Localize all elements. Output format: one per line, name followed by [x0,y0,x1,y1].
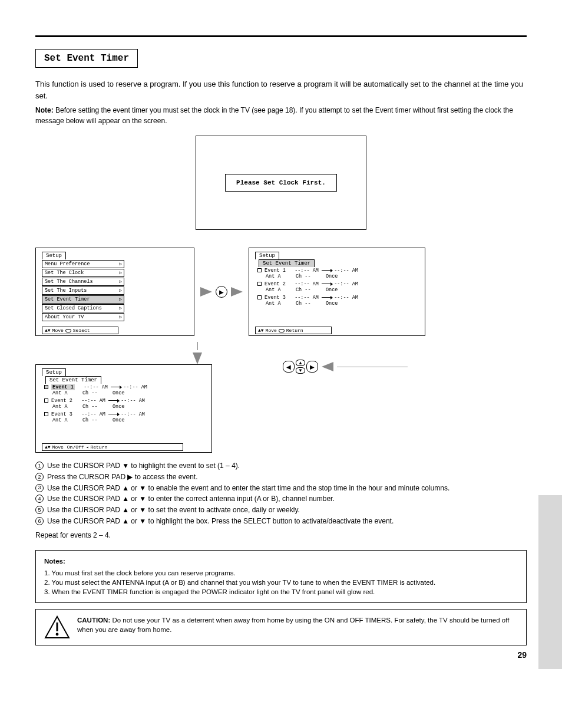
chevron-right-icon: ▷ [119,297,122,302]
step-number: 5 [35,506,44,514]
event-row-detail: Ant A Ch -- Once [52,390,206,396]
checkbox-icon [44,385,48,389]
checkbox-icon [257,295,262,299]
arrow-right-icon [322,270,331,271]
step-number: 2 [35,473,44,481]
osd-event-list: Setup Set Event Timer Event 1 --:-- AM -… [249,248,425,336]
screens-row-1: Setup Menu Preference▷Set The Clock▷Set … [35,248,527,336]
osd-menu-item: Set The Inputs▷ [42,286,124,295]
chevron-right-icon: ▷ [119,288,122,293]
section-title: Set Event Timer [35,49,138,68]
osd-menu-item: About Your TV▷ [42,313,124,321]
step-number: 6 [35,517,44,525]
step-number: 3 [35,484,44,492]
checkbox-icon [257,268,262,272]
caution-text: Do not use your TV as a deterrent when a… [77,617,509,633]
osd-tab-setup-b: Setup [255,252,279,259]
flow-arrow-down [124,342,271,364]
step-text: Press the CURSOR PAD ▶ to access the eve… [47,472,198,482]
step-text: Use the CURSOR PAD ▲ or ▼ to set the eve… [47,505,300,515]
intro-paragraph: This function is used to reserve a progr… [35,78,527,101]
note-item: 1. You must first set the clock before y… [44,568,518,578]
osd-setup-menu: Setup Menu Preference▷Set The Clock▷Set … [35,248,194,336]
event-row: Event 3 --:-- AM --:-- AM [257,295,419,301]
step-text: Use the CURSOR PAD ▲ or ▼ to enter the c… [47,494,335,504]
clock-first-message: Please Set Clock First. [225,174,337,192]
step-item: 3Use the CURSOR PAD ▲ or ▼ to enable the… [35,483,527,493]
event-row-detail: Ant A Ch -- Once [266,301,419,307]
remote-up-icon: ▲ [296,360,305,366]
steps-list: 1Use the CURSOR PAD ▼ to highlight the e… [35,461,527,526]
step-text: Use the CURSOR PAD ▲ or ▼ to enable the … [47,483,449,493]
osd-menu-item: Menu Preference▷ [42,260,124,268]
flow-dpad: ◀ ▲ ▼ ▶ [283,360,527,374]
step-item: 6Use the CURSOR PAD ▲ or ▼ to highlight … [35,516,527,526]
arrow-right-icon [108,414,118,414]
clock-first-diagram: Please Set Clock First. [196,136,366,230]
clock-note: Note: Before setting the event timer you… [35,105,527,126]
steps-footer: Repeat for events 2 – 4. [35,531,527,539]
caution-title: CAUTION: [77,617,110,624]
step-item: 5Use the CURSOR PAD ▲ or ▼ to set the ev… [35,505,527,515]
osd-menu-item: Set The Clock▷ [42,269,124,277]
checkbox-icon [44,412,48,416]
event-row: Event 1 --:-- AM --:-- AM [44,384,206,390]
osd-event-edit: Setup Set Event Timer Event 1 --:-- AM -… [35,364,212,453]
osd-menu-item: Set Closed Captions▷ [42,304,124,312]
step-text: Use the CURSOR PAD ▲ or ▼ to highlight t… [47,516,394,526]
chevron-right-icon: ▷ [119,279,122,284]
chevron-right-icon: ▷ [119,305,122,311]
event-row-detail: Ant A Ch -- Once [266,274,419,279]
step-item: 1Use the CURSOR PAD ▼ to highlight the e… [35,461,527,471]
flow-arrow-right-1: ▶ [200,286,243,298]
checkbox-icon [257,282,262,286]
remote-left-icon: ◀ [283,361,295,373]
event-row-detail: Ant A Ch -- Once [52,417,206,423]
checkbox-icon [44,398,48,403]
osd-footer-a: ▲▼Move Select [42,327,118,334]
remote-right-icon: ▶ [216,286,227,298]
caution-icon [44,615,70,639]
osd-footer-c: ▲▼Move On/Off ◂Return [42,443,183,451]
arrow-right-icon [108,400,118,401]
step-text: Use the CURSOR PAD ▼ to highlight the ev… [47,461,240,471]
step-item: 4Use the CURSOR PAD ▲ or ▼ to enter the … [35,494,527,504]
osd-tab-setup: Setup [42,252,66,259]
event-row: Event 1 --:-- AM --:-- AM [257,268,419,274]
osd-menu-item: Set The Channels▷ [42,278,124,286]
step-number: 4 [35,495,44,503]
osd-footer-b: ▲▼Move Return [255,327,332,334]
chevron-right-icon: ▷ [119,261,122,266]
page-number: 29 [517,650,527,660]
top-rule [35,35,527,37]
event-row: Event 2 --:-- AM --:-- AM [44,398,206,404]
step-item: 2Press the CURSOR PAD ▶ to access the ev… [35,472,527,482]
svg-point-2 [56,633,59,636]
remote-right-icon-2: ▶ [306,361,318,373]
osd-tab-eventtimer-b: Set Event Timer [259,259,315,267]
note-item: 2. You must select the ANTENNA input (A … [44,578,518,587]
chevron-right-icon: ▷ [119,314,122,319]
event-row: Event 2 --:-- AM --:-- AM [257,281,419,287]
notes-title: Notes: [44,556,518,566]
osd-tab-eventtimer-c: Set Event Timer [45,376,101,384]
arrow-right-icon [111,387,120,387]
arrow-right-icon [322,284,331,284]
caution-box: CAUTION: Do not use your TV as a deterre… [35,609,527,645]
arrow-right-icon [322,297,331,298]
event-row-detail: Ant A Ch -- Once [52,404,206,410]
event-row-detail: Ant A Ch -- Once [266,287,419,293]
osd-tab-setup-c: Setup [42,368,66,376]
note-item: 3. When the EVENT TIMER function is enga… [44,587,518,597]
osd-menu-item: Set Event Timer▷ [42,295,124,304]
event-row: Event 3 --:-- AM --:-- AM [44,411,206,417]
chevron-right-icon: ▷ [119,270,122,275]
step-number: 1 [35,462,44,470]
remote-down-icon: ▼ [296,367,305,374]
notes-box: Notes: 1. You must first set the clock b… [35,550,527,603]
